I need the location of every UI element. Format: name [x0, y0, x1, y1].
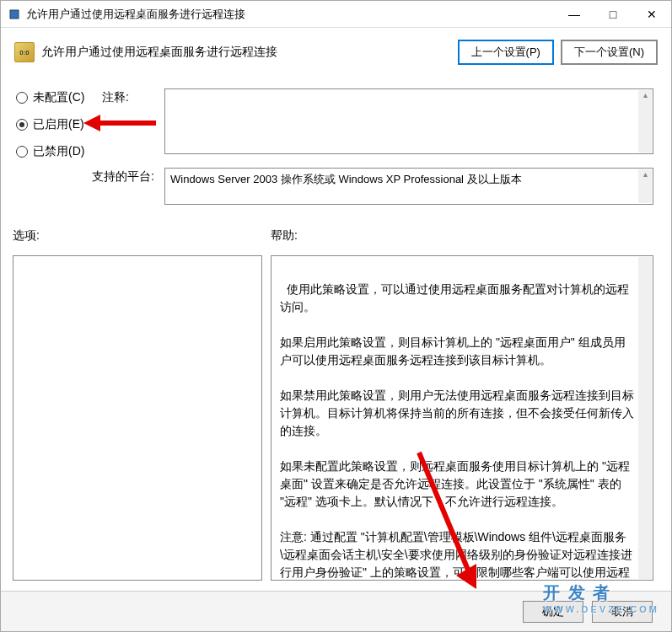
- radio-icon: [16, 146, 28, 158]
- policy-window-icon: [8, 8, 21, 21]
- radio-icon: [16, 119, 28, 131]
- window-title: 允许用户通过使用远程桌面服务进行远程连接: [26, 7, 555, 22]
- window-controls: — □ ✕: [555, 2, 671, 27]
- policy-icon: [14, 42, 35, 62]
- help-scrollbar[interactable]: [638, 257, 652, 579]
- platform-box: Windows Server 2003 操作系统或 Windows XP Pro…: [164, 168, 653, 205]
- state-radio-group: 未配置(C) 已启用(E) 已禁用(D): [16, 90, 84, 159]
- watermark-main: 开 发 者: [543, 583, 611, 602]
- radio-icon: [16, 92, 28, 104]
- help-label: 帮助:: [271, 228, 298, 244]
- platform-label: 支持的平台:: [92, 169, 154, 185]
- notes-label: 注释:: [102, 90, 129, 105]
- radio-label: 已禁用(D): [33, 144, 84, 159]
- svg-marker-2: [83, 115, 100, 131]
- notes-scrollbar[interactable]: [638, 90, 652, 153]
- notes-textarea[interactable]: [164, 88, 653, 154]
- radio-disabled[interactable]: 已禁用(D): [16, 144, 84, 159]
- annotation-arrow-enabled: [82, 110, 158, 136]
- radio-notconfigured[interactable]: 未配置(C): [16, 90, 84, 105]
- minimize-button[interactable]: —: [555, 2, 594, 27]
- watermark: 开 发 者 WWW.DEVZE.COM: [543, 581, 659, 614]
- header-area: 允许用户通过使用远程桌面服务进行远程连接 上一个设置(P) 下一个设置(N): [1, 28, 671, 83]
- close-button[interactable]: ✕: [632, 2, 671, 27]
- titlebar: 允许用户通过使用远程桌面服务进行远程连接 — □ ✕: [1, 1, 671, 28]
- maximize-button[interactable]: □: [594, 2, 632, 27]
- options-label: 选项:: [13, 228, 40, 244]
- help-text: 使用此策略设置，可以通过使用远程桌面服务配置对计算机的远程访问。 如果启用此策略…: [280, 282, 635, 581]
- help-panel: 使用此策略设置，可以通过使用远程桌面服务配置对计算机的远程访问。 如果启用此策略…: [271, 255, 653, 581]
- watermark-sub: WWW.DEVZE.COM: [543, 604, 659, 614]
- platform-text: Windows Server 2003 操作系统或 Windows XP Pro…: [170, 173, 522, 185]
- radio-enabled[interactable]: 已启用(E): [16, 117, 84, 132]
- policy-name: 允许用户通过使用远程桌面服务进行远程连接: [41, 45, 458, 60]
- radio-label: 已启用(E): [33, 117, 84, 132]
- next-setting-button[interactable]: 下一个设置(N): [561, 40, 658, 65]
- radio-label: 未配置(C): [33, 90, 84, 105]
- svg-rect-0: [10, 10, 19, 19]
- options-panel: [13, 255, 262, 581]
- prev-setting-button[interactable]: 上一个设置(P): [458, 40, 554, 65]
- platform-scrollbar[interactable]: [638, 169, 652, 203]
